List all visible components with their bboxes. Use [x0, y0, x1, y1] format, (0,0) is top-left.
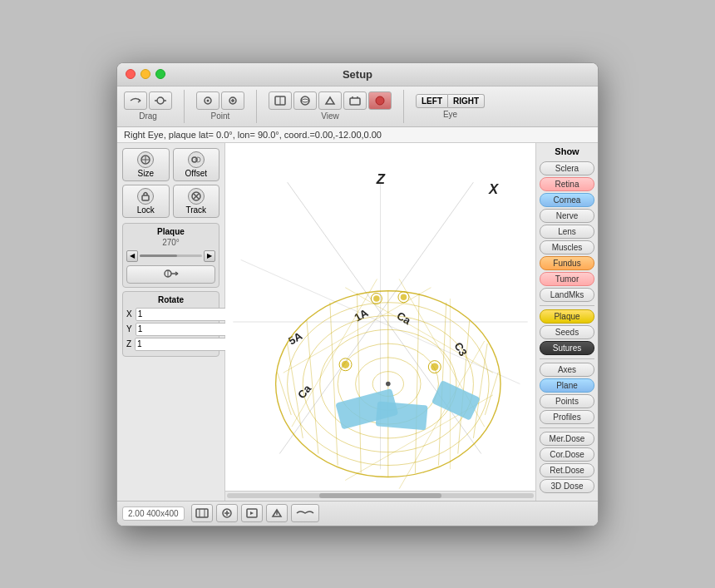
- view-btn-2[interactable]: [293, 91, 317, 110]
- svg-rect-64: [376, 401, 428, 430]
- panel-divider-1: [540, 305, 594, 306]
- lens-btn[interactable]: Lens: [540, 225, 594, 239]
- points-btn[interactable]: Points: [540, 394, 594, 408]
- plaque-label: Plaque: [126, 227, 215, 236]
- svg-rect-9: [350, 98, 360, 105]
- rotate-section: Rotate X ▶ Y ▶ Z ▶: [122, 291, 219, 357]
- profiles-btn[interactable]: Profiles: [540, 410, 594, 424]
- sclera-btn[interactable]: Sclera: [540, 161, 594, 175]
- toolbar: Drag Point: [117, 86, 598, 127]
- main-window: Setup Drag P: [116, 62, 599, 526]
- plaque-btn[interactable]: Plaque: [540, 309, 594, 324]
- svg-rect-18: [142, 195, 149, 200]
- svg-point-12: [376, 96, 384, 105]
- divider-1: [184, 90, 185, 123]
- tumor-btn[interactable]: Tumor: [540, 272, 594, 286]
- right-eye-btn[interactable]: RIGHT: [448, 94, 485, 108]
- lock-btn[interactable]: Lock: [122, 185, 170, 218]
- muscles-btn[interactable]: Muscles: [540, 240, 594, 254]
- size-icon: [137, 151, 154, 168]
- eye-group: LEFT RIGHT Eye: [416, 94, 485, 119]
- svg-point-66: [386, 381, 391, 386]
- retina-btn[interactable]: Retina: [540, 177, 594, 191]
- eye-label: Eye: [443, 110, 457, 119]
- svg-point-72: [373, 295, 379, 301]
- view-btn-5[interactable]: [368, 91, 392, 110]
- plaque-slider[interactable]: [140, 254, 202, 257]
- panel-divider-2: [540, 358, 594, 359]
- bottom-btn-2[interactable]: [216, 504, 238, 522]
- view-btn-3[interactable]: [318, 91, 342, 110]
- show-label: Show: [540, 146, 594, 156]
- svg-point-74: [401, 294, 407, 299]
- z-axis-label: Z: [126, 339, 131, 348]
- size-label: Size: [138, 169, 154, 178]
- plaque-toggle-btn[interactable]: [126, 265, 215, 284]
- left-panel: Size Offset Lock: [117, 143, 225, 501]
- svg-rect-75: [196, 509, 208, 517]
- svg-point-8: [301, 96, 309, 105]
- size-offset-row: Size Offset: [122, 148, 219, 181]
- plaque-slider-left[interactable]: ◀: [126, 250, 138, 262]
- lock-icon: [137, 188, 154, 205]
- drag-btn-1[interactable]: [124, 91, 147, 110]
- bottom-btn-1[interactable]: [191, 504, 213, 522]
- close-button[interactable]: [126, 69, 136, 79]
- view-btn-4[interactable]: [343, 91, 367, 110]
- view-label: View: [321, 111, 339, 121]
- bottom-btn-4[interactable]: [266, 504, 288, 522]
- window-title: Setup: [343, 68, 372, 81]
- svg-point-0: [157, 97, 164, 104]
- y-axis-label: Y: [126, 324, 132, 334]
- bottom-btn-5[interactable]: [291, 504, 319, 522]
- plane-btn[interactable]: Plane: [540, 378, 594, 393]
- cornea-btn[interactable]: Cornea: [540, 193, 594, 207]
- x-axis-label: X: [126, 309, 132, 319]
- minimize-button[interactable]: [141, 69, 150, 79]
- fundus-btn[interactable]: Fundus: [540, 256, 594, 270]
- point-btn-2[interactable]: [221, 91, 244, 110]
- mer-dose-btn[interactable]: Mer.Dose: [540, 432, 594, 446]
- svg-point-2: [207, 100, 210, 102]
- horizontal-scrollbar[interactable]: [225, 491, 535, 501]
- size-btn[interactable]: Size: [122, 148, 170, 181]
- plaque-section: Plaque 270° ◀ ▶: [122, 223, 219, 288]
- drag-btn-2[interactable]: [149, 91, 172, 110]
- plaque-slider-row: ◀ ▶: [126, 250, 215, 262]
- offset-btn[interactable]: Offset: [173, 148, 220, 181]
- lock-track-row: Lock Track: [122, 185, 219, 218]
- traffic-lights: [126, 69, 165, 79]
- plaque-slider-right[interactable]: ▶: [204, 250, 215, 262]
- svg-text:X: X: [488, 181, 500, 197]
- right-panel: Show Sclera Retina Cornea Nerve Lens Mus…: [535, 143, 598, 501]
- divider-2: [256, 90, 257, 123]
- scrollbar-thumb[interactable]: [319, 493, 442, 498]
- drag-label: Drag: [139, 111, 157, 121]
- point-btn-1[interactable]: [196, 91, 219, 110]
- status-bar: Right Eye, plaque lat= 0.0°, lon= 90.0°,…: [117, 127, 598, 143]
- landmks-btn[interactable]: LandMks: [540, 288, 594, 302]
- titlebar: Setup: [117, 63, 598, 86]
- track-btn[interactable]: Track: [173, 185, 220, 218]
- scrollbar-track: [227, 493, 534, 498]
- cor-dose-btn[interactable]: Cor.Dose: [540, 447, 594, 462]
- axes-btn[interactable]: Axes: [540, 363, 594, 377]
- track-label: Track: [185, 205, 206, 215]
- z-rotate-row: Z ▶: [126, 338, 215, 351]
- bottom-bar: 2.00 400x400: [117, 501, 598, 526]
- 3d-dose-btn[interactable]: 3D Dose: [540, 479, 594, 493]
- sutures-btn[interactable]: Sutures: [540, 341, 594, 355]
- ret-dose-btn[interactable]: Ret.Dose: [540, 463, 594, 477]
- nerve-btn[interactable]: Nerve: [540, 209, 594, 223]
- view-group: View: [269, 91, 392, 121]
- maximize-button[interactable]: [155, 69, 165, 79]
- left-eye-btn[interactable]: LEFT: [416, 94, 448, 108]
- view-btn-1[interactable]: [269, 91, 292, 110]
- svg-point-68: [342, 360, 349, 368]
- eye-buttons: LEFT RIGHT: [416, 94, 485, 108]
- lock-label: Lock: [137, 205, 155, 215]
- seeds-btn[interactable]: Seeds: [540, 325, 594, 339]
- point-label: Point: [211, 111, 230, 121]
- canvas-area[interactable]: Z X 1A Ca C3 Ca 5A: [225, 143, 535, 501]
- bottom-btn-3[interactable]: [241, 504, 263, 522]
